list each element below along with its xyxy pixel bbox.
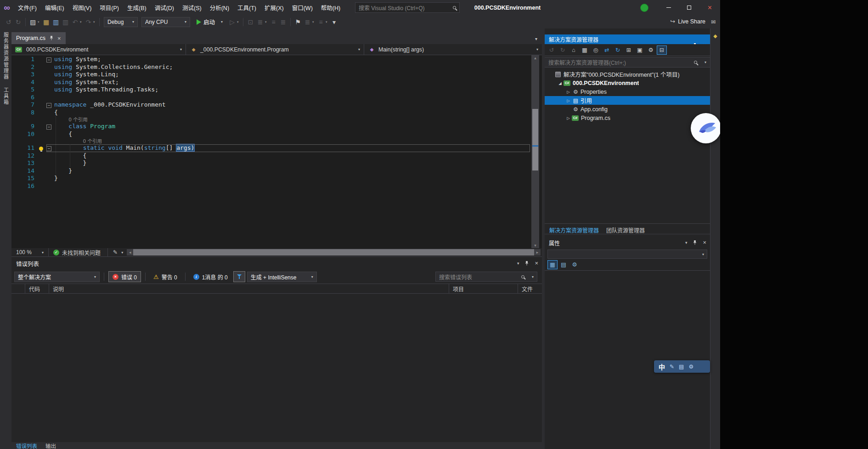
- solution-explorer-title-bar[interactable]: 解决方案资源管理器 ▾ ×: [545, 34, 710, 44]
- se-collapse-all-icon[interactable]: ⊟: [657, 45, 667, 55]
- menu-item[interactable]: 编辑(E): [41, 0, 68, 15]
- nav-dropdown-0[interactable]: C#000.PCSDKEnvironment▾: [11, 44, 186, 55]
- se-show-all-files-icon[interactable]: ⚙: [646, 45, 656, 55]
- tab-program-cs[interactable]: Program.cs ×: [11, 32, 66, 44]
- line-number[interactable]: 11: [11, 144, 37, 152]
- code-text[interactable]: {: [54, 152, 86, 160]
- se-forward-icon[interactable]: ↻: [558, 45, 568, 55]
- se-switch-views-icon[interactable]: ▦: [580, 45, 590, 55]
- tab-list-chevron-icon[interactable]: ▾: [535, 36, 537, 41]
- filter-button[interactable]: [233, 271, 245, 282]
- menu-item[interactable]: 调试(D): [151, 0, 178, 15]
- code-text[interactable]: using System.Threading.Tasks;: [54, 86, 158, 94]
- toolbar-overflow-icon[interactable]: ▾: [329, 19, 339, 25]
- tree-item[interactable]: ⚙App.config: [545, 105, 710, 114]
- chevron-down-icon[interactable]: ▾: [685, 240, 688, 245]
- ime-tool-icon[interactable]: ✎: [670, 364, 674, 370]
- panel-tab[interactable]: 团队资源管理器: [606, 226, 645, 233]
- editor-vertical-scrollbar[interactable]: ▴ ▾: [531, 55, 539, 248]
- column-header[interactable]: 说明: [49, 284, 449, 293]
- start-without-debugging-icon[interactable]: ▷: [227, 19, 237, 25]
- minimize-button[interactable]: [658, 0, 679, 15]
- menu-item[interactable]: 扩展(X): [260, 0, 288, 15]
- pin-icon[interactable]: [524, 261, 529, 266]
- line-ops-icon[interactable]: ≡: [269, 19, 278, 25]
- side-tab[interactable]: 工具箱: [2, 87, 10, 105]
- line-number[interactable]: 9: [11, 123, 37, 131]
- panel-tab[interactable]: 错误列表: [16, 442, 37, 449]
- fold-collapse-icon[interactable]: −: [46, 144, 54, 152]
- close-panel-icon[interactable]: ×: [535, 260, 538, 266]
- code-text[interactable]: static void Main(string[] args): [54, 144, 194, 152]
- comment-icon[interactable]: ≣: [303, 19, 312, 25]
- se-home-icon[interactable]: ⌂: [569, 45, 579, 55]
- document-health-indicator[interactable]: ✓ 未找到相关问题: [49, 248, 105, 256]
- close-tab-icon[interactable]: ×: [57, 35, 61, 41]
- line-number[interactable]: 2: [11, 63, 37, 71]
- tree-item[interactable]: ▷⚙Properties: [545, 87, 710, 96]
- scope-filter-dropdown[interactable]: 整个解决方案 ▾: [14, 272, 100, 282]
- attach-icon[interactable]: ⊡: [246, 19, 255, 25]
- code-text[interactable]: 0 个引用: [54, 138, 102, 144]
- scroll-up-icon[interactable]: ▴: [531, 56, 539, 60]
- se-pending-changes-icon[interactable]: ◎: [591, 45, 601, 55]
- code-text[interactable]: }: [54, 159, 86, 167]
- warnings-filter-button[interactable]: ⚠ 警告 0: [150, 271, 181, 282]
- se-refresh-icon[interactable]: ↻: [613, 45, 623, 55]
- line-number[interactable]: 10: [11, 131, 37, 138]
- tree-expander-icon[interactable]: ▷: [565, 116, 572, 120]
- bookmark-icon[interactable]: ⚑: [293, 19, 303, 25]
- code-text[interactable]: }: [54, 167, 72, 175]
- save-icon[interactable]: ▥: [51, 19, 61, 25]
- se-nest-icon[interactable]: ⊞: [624, 45, 634, 55]
- scroll-left-icon[interactable]: ◂: [127, 250, 133, 255]
- pin-icon[interactable]: [49, 35, 54, 41]
- uncomment-icon[interactable]: ≡: [316, 19, 326, 25]
- close-panel-icon[interactable]: ×: [703, 239, 706, 245]
- close-window-button[interactable]: ×: [699, 0, 720, 15]
- panel-tab[interactable]: 输出: [45, 442, 56, 449]
- menu-item[interactable]: 窗口(W): [288, 0, 317, 15]
- maximize-button[interactable]: [679, 0, 699, 15]
- code-editor[interactable]: 1−using System;2using System.Collections…: [11, 55, 542, 248]
- errors-filter-button[interactable]: × 错误 0: [108, 271, 141, 282]
- tree-item[interactable]: ▷C#Program.cs: [545, 114, 710, 122]
- tree-expander-icon[interactable]: ▷: [565, 98, 572, 103]
- edit-mode-icon[interactable]: ✎: [113, 249, 118, 256]
- tree-item[interactable]: 解决方案"000.PCSDKEnvironment"(1 个项目): [545, 70, 710, 79]
- redo-icon[interactable]: ↷: [84, 19, 93, 25]
- notification-icon[interactable]: ◆: [713, 33, 717, 449]
- nav-forward-icon[interactable]: ↻: [13, 19, 23, 25]
- menu-item[interactable]: 项目(P): [96, 0, 123, 15]
- line-number[interactable]: 7: [11, 101, 37, 109]
- editor-horizontal-scrollbar[interactable]: ◂ ▸: [127, 249, 541, 256]
- line-number[interactable]: 8: [11, 109, 37, 117]
- line-number[interactable]: 3: [11, 71, 37, 79]
- code-text[interactable]: using System.Collections.Generic;: [54, 63, 173, 71]
- error-list-title-bar[interactable]: 错误列表 ▾ ×: [11, 257, 542, 270]
- scroll-down-icon[interactable]: ▾: [531, 243, 539, 248]
- menu-item[interactable]: 生成(B): [123, 0, 151, 15]
- save-all-icon[interactable]: ▥: [61, 19, 70, 25]
- live-share-button[interactable]: ↪ Live Share: [670, 18, 705, 25]
- menu-item[interactable]: 分析(N): [206, 0, 233, 15]
- code-text[interactable]: }: [54, 175, 58, 182]
- menu-item[interactable]: 视图(V): [68, 0, 96, 15]
- quick-search-input[interactable]: 搜索 Visual Studio (Ctrl+Q): [355, 2, 460, 13]
- messages-filter-button[interactable]: i 1消息 的 0: [190, 271, 231, 282]
- code-text[interactable]: using System.Text;: [54, 79, 119, 86]
- scrollbar-thumb[interactable]: [532, 109, 538, 171]
- feedback-icon[interactable]: ✉: [711, 19, 716, 25]
- assistant-bird-icon[interactable]: [691, 113, 720, 143]
- se-back-icon[interactable]: ↺: [547, 45, 557, 55]
- panel-tab[interactable]: 解决方案资源管理器: [549, 226, 599, 233]
- props-pages-icon[interactable]: ⚙: [569, 260, 580, 269]
- se-sync-active-icon[interactable]: ⇄: [602, 45, 612, 55]
- menu-item[interactable]: 帮助(H): [317, 0, 344, 15]
- column-header[interactable]: 项目: [449, 284, 518, 293]
- code-text[interactable]: class Program: [54, 123, 115, 131]
- side-tab[interactable]: 服务器资源管理器: [2, 32, 10, 80]
- source-filter-dropdown[interactable]: 生成 + IntelliSense ▾: [247, 272, 317, 282]
- code-text[interactable]: 0 个引用: [54, 116, 88, 123]
- tree-item[interactable]: ▷▤引用: [545, 96, 710, 105]
